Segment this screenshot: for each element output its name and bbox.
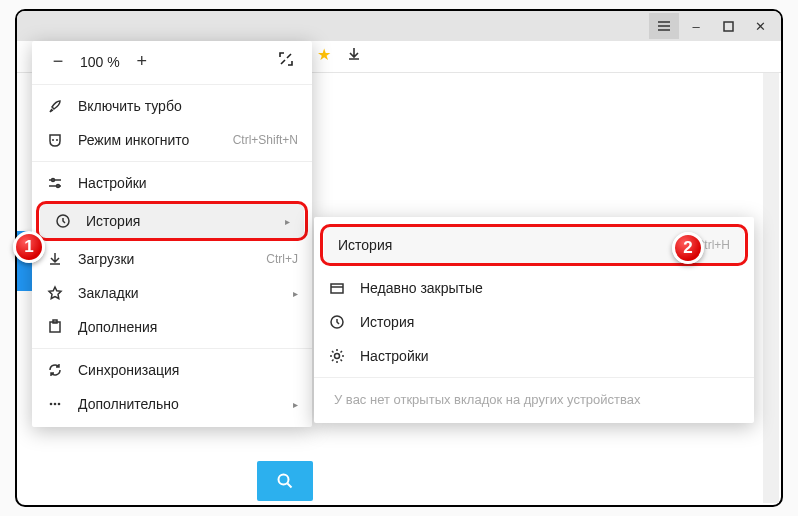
chevron-right-icon: ▸ [293,399,298,410]
sliders-icon [46,174,64,192]
menu-label: Закладки [78,285,287,301]
addons-icon [46,318,64,336]
svg-point-9 [58,403,61,406]
menu-label: Синхронизация [78,362,298,378]
no-tabs-note: У вас нет открытых вкладок на других уст… [314,382,754,415]
star-outline-icon [46,284,64,302]
menu-label: Загрузки [78,251,266,267]
browser-window: – ✕ ★ − 100 % + Включить [15,9,783,507]
search-button[interactable] [257,461,313,501]
scrollbar[interactable] [763,73,779,503]
close-button[interactable]: ✕ [745,13,775,39]
separator [32,84,312,85]
menu-item-bookmarks[interactable]: Закладки ▸ [32,276,312,310]
zoom-out-button[interactable]: − [46,51,70,72]
separator [32,348,312,349]
rocket-icon [46,97,64,115]
gear-icon [328,347,346,365]
menu-item-settings[interactable]: Настройки [32,166,312,200]
main-menu: − 100 % + Включить турбо Режим инкогнито… [32,41,312,427]
menu-label: Настройки [78,175,298,191]
zoom-in-button[interactable]: + [130,51,154,72]
svg-point-12 [335,354,340,359]
title-bar: – ✕ [17,11,781,41]
maximize-button[interactable] [713,13,743,39]
svg-point-8 [54,403,57,406]
svg-rect-0 [724,22,733,31]
download-icon [46,250,64,268]
chevron-right-icon: ▸ [285,216,290,227]
menu-item-downloads[interactable]: Загрузки Ctrl+J [32,242,312,276]
clock-icon [54,212,72,230]
svg-rect-10 [331,284,343,293]
menu-label: Недавно закрытые [360,280,740,296]
menu-label: История [338,237,696,253]
menu-label: Настройки [360,348,740,364]
menu-item-turbo[interactable]: Включить турбо [32,89,312,123]
menu-label: Режим инкогнито [78,132,233,148]
separator [32,161,312,162]
svg-point-7 [50,403,53,406]
fullscreen-icon[interactable] [274,51,298,72]
submenu-item-settings[interactable]: Настройки [314,339,754,373]
hotkey: Ctrl+Shift+N [233,133,298,147]
window-controls: – ✕ [649,11,775,41]
zoom-controls: − 100 % + [32,41,312,80]
download-indicator-icon[interactable] [347,47,361,64]
menu-label: Дополнительно [78,396,287,412]
menu-item-sync[interactable]: Синхронизация [32,353,312,387]
submenu-item-history[interactable]: История [314,305,754,339]
zoom-value: 100 % [80,54,120,70]
menu-item-history-highlight: История ▸ [40,204,304,238]
annotation-badge-2: 2 [672,232,704,264]
minimize-button[interactable]: – [681,13,711,39]
separator [314,377,754,378]
tab-icon [328,279,346,297]
clock-icon [328,313,346,331]
menu-label: История [86,213,279,229]
menu-item-more[interactable]: Дополнительно ▸ [32,387,312,421]
star-icon[interactable]: ★ [317,45,331,64]
menu-label: История [360,314,740,330]
menu-item-addons[interactable]: Дополнения [32,310,312,344]
submenu-item-recent[interactable]: Недавно закрытые [314,271,754,305]
chevron-right-icon: ▸ [293,288,298,299]
hotkey: Ctrl+J [266,252,298,266]
menu-label: Включить турбо [78,98,298,114]
menu-label: Дополнения [78,319,298,335]
sync-icon [46,361,64,379]
dots-icon [46,395,64,413]
menu-item-history[interactable]: История ▸ [40,204,304,238]
svg-point-1 [279,475,289,485]
mask-icon [46,131,64,149]
menu-item-incognito[interactable]: Режим инкогнито Ctrl+Shift+N [32,123,312,157]
hamburger-icon[interactable] [649,13,679,39]
annotation-badge-1: 1 [13,231,45,263]
